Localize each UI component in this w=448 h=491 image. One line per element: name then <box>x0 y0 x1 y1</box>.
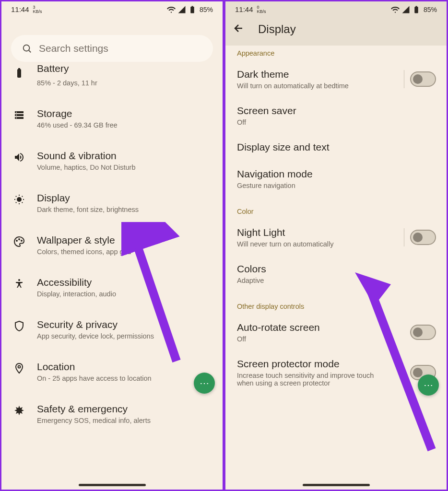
section-other: Other display controls <box>225 292 447 314</box>
settings-item-security[interactable]: Security & privacyApp security, device l… <box>1 308 223 351</box>
search-icon <box>22 43 32 54</box>
svg-point-14 <box>21 240 22 241</box>
row-dark-theme[interactable]: Dark theme Will turn on automatically at… <box>225 61 447 97</box>
row-screen-protector[interactable]: Screen protector mode Increase touch sen… <box>225 351 447 395</box>
svg-point-8 <box>16 112 17 113</box>
location-icon <box>13 362 25 374</box>
settings-item-battery[interactable]: Battery 85% - 2 days, 11 hr <box>1 64 223 97</box>
svg-rect-19 <box>414 7 418 13</box>
svg-point-12 <box>16 240 17 241</box>
toggle-night-light[interactable] <box>410 230 436 245</box>
fab-button[interactable]: ⋯ <box>194 373 215 394</box>
svg-point-11 <box>17 198 21 201</box>
fab-button[interactable]: ⋯ <box>418 374 439 396</box>
search-field[interactable]: Search settings <box>11 35 213 62</box>
svg-point-1 <box>24 45 30 51</box>
svg-line-2 <box>29 50 31 52</box>
row-auto-rotate[interactable]: Auto-rotate screen Off <box>225 314 447 351</box>
settings-item-storage[interactable]: Storage46% used - 69.34 GB free <box>1 97 223 140</box>
phone-settings-main: 11:44 3KB/s 85% Search settings Battery … <box>0 0 224 491</box>
settings-item-sound[interactable]: Sound & vibrationVolume, haptics, Do Not… <box>1 140 223 182</box>
settings-list[interactable]: Battery 85% - 2 days, 11 hr Storage46% u… <box>1 64 223 490</box>
phone-display-settings: 11:44 0KB/s 85% Display Appearance Dark … <box>224 0 448 491</box>
shield-icon <box>13 320 25 332</box>
emergency-icon <box>13 404 25 417</box>
svg-rect-4 <box>18 68 20 70</box>
toggle-auto-rotate[interactable] <box>410 325 436 340</box>
signal-icon <box>401 5 410 14</box>
back-button[interactable] <box>233 23 245 36</box>
setting-sub: 85% - 2 days, 11 hr <box>37 79 97 87</box>
wifi-icon <box>167 5 176 14</box>
status-bar: 11:44 0KB/s 85% <box>225 1 447 16</box>
page-title: Display <box>258 23 296 36</box>
accessibility-icon <box>13 278 25 290</box>
status-time: 11:44 <box>11 5 29 13</box>
settings-item-safety[interactable]: Safety & emergencyEmergency SOS, medical… <box>1 393 223 435</box>
gesture-bar[interactable] <box>303 484 370 486</box>
svg-point-16 <box>18 366 21 368</box>
gesture-bar[interactable] <box>79 484 146 486</box>
wifi-icon <box>391 5 400 14</box>
settings-item-accessibility[interactable]: AccessibilityDisplay, interaction, audio <box>1 266 223 308</box>
row-screen-saver[interactable]: Screen saver Off <box>225 97 447 134</box>
settings-item-location[interactable]: LocationOn - 25 apps have access to loca… <box>1 351 223 393</box>
status-net-speed: 3KB/s <box>33 5 42 14</box>
settings-item-display[interactable]: DisplayDark theme, font size, brightness <box>1 182 223 224</box>
toggle-dark-theme[interactable] <box>410 71 436 87</box>
battery-percent: 85% <box>200 6 213 13</box>
row-night-light[interactable]: Night Light Will never turn on automatic… <box>225 219 447 256</box>
search-placeholder: Search settings <box>39 43 108 54</box>
svg-point-9 <box>16 115 17 116</box>
status-bar: 11:44 3KB/s 85% <box>1 1 223 16</box>
display-settings-list[interactable]: Appearance Dark theme Will turn on autom… <box>225 46 447 490</box>
section-appearance: Appearance <box>225 46 447 61</box>
sound-icon <box>13 151 25 164</box>
svg-rect-20 <box>415 6 417 7</box>
row-colors[interactable]: Colors Adaptive <box>225 256 447 292</box>
battery-icon <box>188 5 197 14</box>
signal-icon <box>177 5 186 14</box>
status-icons: 85% <box>167 5 213 14</box>
svg-point-15 <box>18 279 20 281</box>
battery-icon <box>13 67 25 79</box>
palette-icon <box>13 235 25 248</box>
settings-item-wallpaper[interactable]: Wallpaper & styleColors, themed icons, a… <box>1 224 223 266</box>
setting-title: Battery <box>37 64 97 74</box>
section-color: Color <box>225 197 447 219</box>
svg-rect-0 <box>191 9 194 13</box>
svg-point-10 <box>16 117 17 118</box>
display-icon <box>13 193 25 206</box>
storage-icon <box>13 109 25 121</box>
svg-rect-3 <box>17 69 21 78</box>
row-display-size[interactable]: Display size and text <box>225 134 447 161</box>
row-navigation-mode[interactable]: Navigation mode Gesture navigation <box>225 161 447 197</box>
svg-point-13 <box>19 239 20 240</box>
battery-icon <box>412 5 421 14</box>
